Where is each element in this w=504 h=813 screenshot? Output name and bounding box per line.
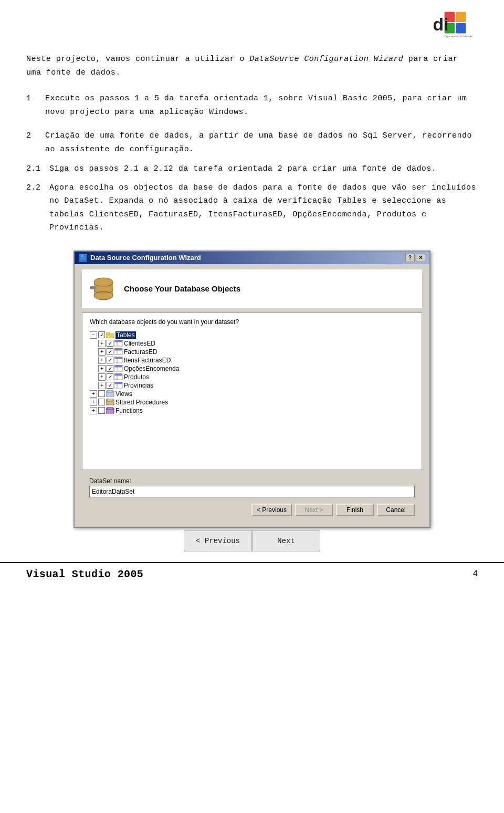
provincias-expander[interactable]: + [98,382,106,389]
tree-item-stored-proc: + Stored Procedures [90,398,414,407]
svg-rect-8 [81,255,83,257]
page-footer: Visual Studio 2005 4 [0,562,504,586]
opcoes-checkbox[interactable] [107,365,113,372]
section-2: 2 Criação de uma fonte de dados, a parti… [26,129,478,240]
dialog-titlebar: Data Source Configuration Wizard ? ✕ [75,252,429,264]
folder-icon [106,331,114,338]
produtos-expander[interactable]: + [98,373,106,381]
svg-rect-43 [107,399,113,401]
svg-rect-19 [114,340,122,342]
svg-rect-35 [114,373,122,376]
section-1-content: Execute os passos 1 a 5 da tarefa orient… [45,92,478,119]
tree-item-views: + Views [90,390,414,398]
svg-rect-2 [456,12,466,23]
itensfacturas-expander[interactable]: + [98,357,106,364]
stored-proc-checkbox[interactable] [98,399,105,405]
previous-button[interactable]: < Previous [251,504,292,516]
tree-item-clientesed: + ClientesED [98,339,414,348]
dialog-title: Data Source Configuration Wizard [90,254,201,262]
tree-children-tables: + ClientesED [98,339,414,390]
wizard-content-area: Which database objects do you want in yo… [82,312,422,470]
sub-section-21: 2.1 Siga os passos 2.1 a 2.12 da tarefa … [26,162,478,176]
table-icon-provincias [114,382,123,389]
logo-area: di Departamento de Informática [430,11,483,42]
views-label: Views [116,390,132,398]
tables-label: Tables [116,331,136,339]
svg-rect-13 [90,287,91,288]
facturas-expander[interactable]: + [98,348,106,356]
views-icon [106,390,114,397]
tree-item-provincias: + Províncias [98,381,414,390]
svg-rect-31 [114,365,122,367]
wizard-header: Choose Your Database Objects [82,269,422,308]
dataset-name-area: DataSet name: [82,474,422,499]
table-icon-facturas [114,348,123,355]
functions-checkbox[interactable] [98,407,105,414]
table-icon [114,340,123,347]
page-wrapper: di Departamento de Informática Neste pro… [0,0,504,586]
facturas-checkbox[interactable] [107,348,113,355]
itensfacturas-label: ItensFacturasED [124,357,171,364]
sub-21-num: 2.1 [26,162,49,176]
clientesed-checkbox[interactable] [107,340,113,347]
next-nav-button[interactable]: Next [252,530,320,551]
functions-label: Functions [116,407,143,414]
titlebar-controls[interactable]: ? ✕ [405,254,425,262]
tables-checkbox[interactable] [98,331,105,338]
close-button[interactable]: ✕ [416,254,425,262]
section-1: 1 Execute os passos 1 a 5 da tarefa orie… [26,92,478,119]
opcoes-expander[interactable]: + [98,365,106,372]
table-icon-produtos [114,373,123,380]
produtos-label: Produtos [124,373,149,381]
table-icon-opcoes [114,365,123,372]
section-2-content: Criação de uma fonte de dados, a partir … [45,129,478,156]
dialog-body: Choose Your Database Objects Which datab… [75,264,429,527]
clientesed-label: ClientesED [124,340,155,347]
tree-item-tables-root: − Tables [90,331,414,339]
produtos-checkbox[interactable] [107,373,113,380]
svg-rect-39 [114,382,122,384]
next-button[interactable]: Next > [295,504,333,516]
svg-rect-41 [107,390,113,393]
dialog-buttons: < Previous Next > Finish Cancel [82,499,422,519]
tree-item-produtos: + Produtos [98,373,414,381]
clientesed-expander[interactable]: + [98,340,106,347]
svg-text:di: di [433,14,448,34]
cancel-button[interactable]: Cancel [377,504,415,516]
opcoes-label: OpçõesEncomenda [124,365,179,372]
sub-22-content: Agora escolha os objectos da base de dad… [49,181,478,235]
svg-rect-15 [106,332,110,335]
section-2-num: 2 [26,129,45,156]
functions-expander[interactable]: + [90,407,97,414]
itensfacturas-checkbox[interactable] [107,357,113,363]
minimize-button[interactable]: ? [405,254,415,262]
tree-item-facturas: + FacturasED [98,348,414,356]
sub-section-22: 2.2 Agora escolha os objectos da base de… [26,181,478,235]
wizard-icon-area [90,276,117,302]
dataset-label: DataSet name: [89,477,415,485]
finish-button[interactable]: Finish [336,504,374,516]
footer-title: Visual Studio 2005 [26,568,143,580]
wizard-header-title: Choose Your Database Objects [124,284,240,293]
stored-proc-icon [106,399,114,405]
dataset-input[interactable] [89,486,415,497]
svg-rect-4 [456,23,466,34]
tables-expander[interactable]: − [90,331,97,339]
titlebar-left: Data Source Configuration Wizard [79,254,201,262]
provincias-checkbox[interactable] [107,382,113,389]
views-expander[interactable]: + [90,390,97,398]
wizard-question: Which database objects do you want in yo… [90,318,414,326]
views-checkbox[interactable] [98,390,105,397]
dialog-container: Data Source Configuration Wizard ? ✕ [74,251,430,528]
svg-rect-27 [114,357,122,359]
tree-item-functions: + Functions [90,407,414,415]
sub-section: 2.1 Siga os passos 2.1 a 2.12 da tarefa … [26,162,478,240]
svg-rect-45 [107,407,113,410]
previous-nav-button[interactable]: < Previous [184,530,252,551]
nav-buttons: < Previous Next [184,530,320,551]
stored-proc-label: Stored Procedures [116,399,168,406]
logo-icon: di Departamento de Informática [430,11,472,39]
functions-icon [106,407,114,414]
stored-proc-expander[interactable]: + [90,399,97,406]
footer-page: 4 [472,569,478,579]
